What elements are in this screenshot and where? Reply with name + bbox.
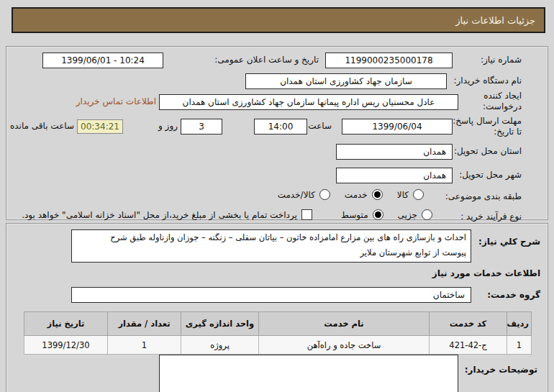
cell-unit: پروژه — [181, 336, 259, 355]
radio-goods-service[interactable] — [319, 189, 330, 200]
deadline-time-field[interactable]: 14:00 — [254, 119, 307, 135]
service-group-field[interactable]: ساختمان — [71, 287, 471, 303]
buyer-notes-field[interactable] — [159, 355, 458, 392]
classification-options: کالا خدمت کالا/خدمت — [278, 189, 424, 200]
services-section-heading: اطلاعات خدمات مورد نیاز — [432, 268, 540, 278]
table-row: 1 ج-42-421 ساخت جاده و راه‌آهن پروژه 1 1… — [24, 336, 532, 355]
treasury-docs-checkbox[interactable] — [301, 209, 312, 220]
request-creator-label-line2: درخواست: — [483, 101, 522, 111]
deadline-days-field[interactable]: 3 — [181, 119, 222, 135]
col-need-date: تاریخ نیاز — [24, 312, 108, 336]
radio-medium-label: متوسط — [341, 210, 368, 220]
general-description-line2: پیوست از توابع شهرستان ملایر — [76, 245, 466, 260]
radio-partial-label: جزیی — [398, 210, 417, 220]
general-description-line1: احداث و بازسازی راه های بین مزارع امامزا… — [76, 230, 466, 245]
remaining-time-label: ساعت باقی مانده — [10, 121, 74, 131]
radio-goods-service-label: کالا/خدمت — [278, 190, 315, 200]
radio-medium[interactable] — [373, 209, 383, 220]
col-service-name: نام خدمت — [259, 312, 430, 336]
request-creator-field[interactable]: عادل محسنیان ریس اداره پیمانها سازمان جه… — [159, 94, 458, 110]
col-service-code: کد خدمت — [430, 312, 507, 336]
col-row-number: ردیف — [507, 312, 532, 336]
need-number-label: شماره نیاز: — [481, 55, 522, 65]
need-info-panel: شماره نیاز: 1199000235000178 تاریخ و ساع… — [6, 46, 548, 220]
radio-goods-label: کالا — [397, 190, 409, 200]
remaining-time-counter: 00:34:21 — [77, 119, 123, 134]
services-table-header-row: ردیف کد خدمت نام خدمت واحد اندازه گیری ت… — [24, 312, 532, 336]
radio-service[interactable] — [372, 189, 383, 200]
classification-label: طبقه بندی موضوعی: — [445, 191, 522, 201]
delivery-province-field[interactable]: همدان — [336, 144, 453, 160]
need-number-field[interactable]: 1199000235000178 — [325, 53, 453, 68]
announce-datetime-field[interactable]: 1399/06/01 - 10:24 — [42, 53, 163, 68]
need-details-page: 0101 جزئیات اطلاعات نیاز شماره نیاز: 119… — [0, 0, 554, 392]
buyer-org-label: نام دستگاه خریدار: — [454, 76, 522, 86]
radio-partial[interactable] — [422, 209, 432, 220]
buyer-notes-label: توضیحات خریدار: — [465, 365, 537, 375]
delivery-city-field[interactable]: همدان — [336, 168, 453, 183]
services-panel: شرح کلي نياز: احداث و بازسازی راه های بی… — [6, 223, 548, 392]
announce-datetime-label: تاریخ و ساعت اعلان عمومی: — [214, 55, 319, 65]
general-description-field[interactable]: احداث و بازسازی راه های بین مزارع امامزا… — [71, 229, 471, 263]
process-type-options: جزیی متوسط پرداخت تمام یا بخشی از مبلغ خ… — [22, 209, 432, 220]
cell-quantity: 1 — [108, 336, 181, 355]
delivery-city-label: شهر محل تحویل: — [459, 170, 522, 180]
general-description-label: شرح کلي نياز: — [478, 237, 540, 247]
deadline-label-line2: تا تاریخ: — [494, 127, 522, 137]
treasury-docs-checkbox-label: پرداخت تمام یا بخشی از مبلغ خرید،از محل … — [22, 210, 297, 220]
request-creator-label-line1: ایجاد کننده — [483, 91, 522, 101]
delivery-province-label: استان محل تحویل: — [454, 146, 522, 156]
page-title: جزئیات اطلاعات نیاز — [12, 7, 545, 33]
col-quantity: تعداد / مقدار — [108, 312, 181, 336]
col-unit: واحد اندازه گیری — [181, 312, 259, 336]
cell-service-code: ج-42-421 — [430, 336, 507, 355]
radio-goods[interactable] — [413, 189, 424, 200]
service-group-label: گروه خدمت: — [487, 290, 540, 300]
deadline-date-field[interactable]: 1399/06/04 — [342, 119, 453, 135]
cell-need-date: 1399/12/30 — [24, 336, 108, 355]
deadline-days-label: روز و — [158, 121, 178, 131]
buyer-org-field[interactable]: سازمان جهاد کشاورزی استان همدان — [245, 73, 447, 89]
buyer-contact-link[interactable]: اطلاعات تماس خریدار — [76, 96, 156, 106]
deadline-label-line1: مهلت ارسال پاسخ: — [453, 116, 522, 126]
cell-service-name: ساخت جاده و راه‌آهن — [259, 336, 430, 355]
services-table: ردیف کد خدمت نام خدمت واحد اندازه گیری ت… — [24, 311, 532, 355]
deadline-hour-label: ساعت — [308, 121, 332, 131]
radio-service-label: خدمت — [345, 190, 368, 200]
cell-row-number: 1 — [507, 336, 532, 355]
process-type-label: نوع فرآیند خرید : — [460, 211, 522, 222]
